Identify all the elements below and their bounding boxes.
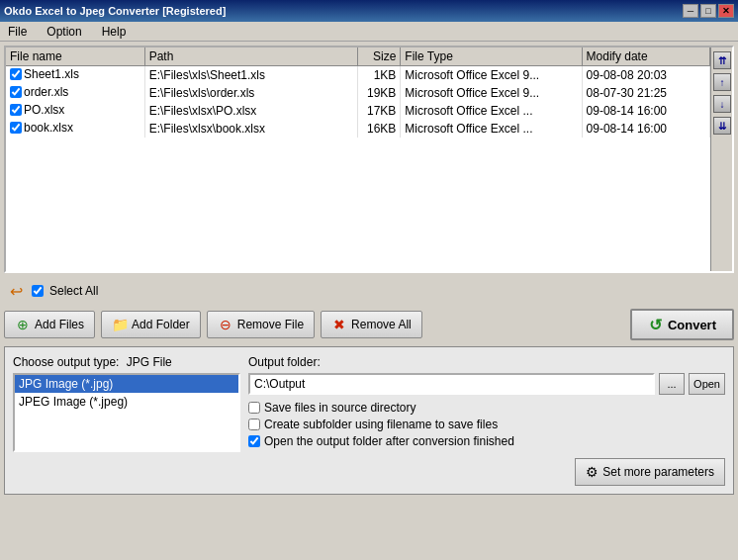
file-table: File name Path Size File Type Modify dat… [6,47,710,271]
title-bar: Okdo Excel to Jpeg Converter [Registered… [0,0,738,22]
output-type-section: Choose output type: JPG File JPG Image (… [13,355,240,486]
minimize-button[interactable]: ─ [683,4,698,18]
table-row: book.xlsx E:\Files\xlsx\book.xlsx 16KB M… [6,120,710,138]
remove-file-icon: ⊖ [218,317,233,332]
filename-text: book.xlsx [24,121,73,135]
add-files-icon: ⊕ [15,317,31,332]
col-header-date: Modify date [582,47,709,66]
cell-path: E:\Files\xlsx\PO.xlsx [144,102,358,120]
menu-help[interactable]: Help [98,24,131,40]
col-header-type: File Type [401,47,582,66]
select-all-checkbox[interactable] [32,285,44,297]
cell-filename: PO.xlsx [6,102,144,120]
convert-button[interactable]: ↺ Convert [630,309,734,340]
back-icon[interactable]: ↩ [6,281,26,301]
files-table: File name Path Size File Type Modify dat… [6,47,710,138]
filename-text: order.xls [24,85,68,99]
option-checkbox[interactable] [248,419,260,430]
scroll-top-button[interactable]: ⇈ [713,51,731,69]
output-type-label: Choose output type: JPG File [13,355,240,369]
remove-all-label: Remove All [351,318,412,331]
remove-file-button[interactable]: ⊖ Remove File [207,311,315,338]
output-folder-input[interactable] [248,373,655,395]
row-checkbox[interactable] [10,86,22,98]
add-folder-button[interactable]: 📁 Add Folder [101,311,201,338]
output-folder-section: Output folder: ... Open Save files in so… [248,355,725,486]
add-files-button[interactable]: ⊕ Add Files [4,311,95,338]
cell-type: Microsoft Office Excel ... [401,120,582,138]
output-type-item[interactable]: JPEG Image (*.jpeg) [15,393,238,411]
cell-size: 1KB [358,66,401,85]
cell-size: 17KB [358,102,401,120]
option-checkbox-row: Open the output folder after conversion … [248,434,725,448]
cell-filename: book.xlsx [6,120,144,138]
scroll-down-button[interactable]: ↓ [713,95,731,113]
remove-file-label: Remove File [237,318,304,331]
add-folder-icon: 📁 [112,317,128,332]
add-files-label: Add Files [35,318,84,331]
cell-date: 09-08-14 16:00 [582,102,709,120]
gear-icon: ⚙ [586,464,599,480]
cell-date: 08-07-30 21:25 [582,84,709,102]
convert-label: Convert [668,318,716,332]
output-type-list: JPG Image (*.jpg)JPEG Image (*.jpeg) [13,373,240,452]
remove-all-button[interactable]: ✖ Remove All [321,311,422,338]
cell-path: E:\Files\xls\Sheet1.xls [144,66,358,85]
main-window: File name Path Size File Type Modify dat… [0,42,738,499]
row-checkbox[interactable] [10,104,22,116]
option-checkbox-label: Create subfolder using filename to save … [264,418,498,431]
table-row: order.xls E:\Files\xls\order.xls 19KB Mi… [6,84,710,102]
filename-text: Sheet1.xls [24,67,79,81]
cell-path: E:\Files\xlsx\book.xlsx [144,120,358,138]
col-header-filename: File name [6,47,144,66]
col-header-size: Size [358,47,401,66]
cell-filename: order.xls [6,84,144,102]
option-checkbox[interactable] [248,435,260,447]
window-controls: ─ □ ✕ [683,4,734,18]
col-header-path: Path [144,47,358,66]
folder-row: ... Open [248,373,725,395]
scroll-bottom-button[interactable]: ⇊ [713,117,731,135]
params-label: Set more parameters [602,465,714,479]
menu-option[interactable]: Option [43,24,85,40]
option-checkbox-label: Save files in source directory [264,401,415,415]
filename-text: PO.xlsx [24,103,64,117]
remove-all-icon: ✖ [331,317,347,332]
scroll-up-button[interactable]: ↑ [713,73,731,91]
cell-type: Microsoft Office Excel 9... [401,66,582,85]
toolbar: ⊕ Add Files 📁 Add Folder ⊖ Remove File ✖… [4,309,734,340]
cell-filename: Sheet1.xls [6,66,144,85]
menu-file[interactable]: File [4,24,31,40]
option-checkbox-label: Open the output folder after conversion … [264,434,514,448]
cell-date: 09-08-14 16:00 [582,120,709,138]
cell-path: E:\Files\xls\order.xls [144,84,358,102]
file-list-footer: ↩ Select All [4,277,734,305]
cell-date: 09-08-08 20:03 [582,66,709,85]
table-row: PO.xlsx E:\Files\xlsx\PO.xlsx 17KB Micro… [6,102,710,120]
menu-bar: File Option Help [0,22,738,42]
output-type-item[interactable]: JPG Image (*.jpg) [15,375,238,393]
browse-button[interactable]: ... [659,373,685,395]
cell-type: Microsoft Office Excel ... [401,102,582,120]
select-all-label[interactable]: Select All [49,284,98,298]
option-checkbox-row: Save files in source directory [248,401,725,415]
app-title: Okdo Excel to Jpeg Converter [Registered… [4,5,226,17]
option-checkbox-row: Create subfolder using filename to save … [248,418,725,431]
add-folder-label: Add Folder [132,318,190,331]
row-checkbox[interactable] [10,68,22,80]
checkboxes-container: Save files in source directory Create su… [248,401,725,448]
scroll-buttons: ⇈ ↑ ↓ ⇊ [710,47,732,271]
bottom-panel: Choose output type: JPG File JPG Image (… [4,346,734,495]
convert-icon: ↺ [648,317,664,332]
option-checkbox[interactable] [248,402,260,414]
open-folder-button[interactable]: Open [689,373,725,395]
cell-size: 16KB [358,120,401,138]
row-checkbox[interactable] [10,122,22,134]
close-button[interactable]: ✕ [718,4,734,18]
output-folder-label: Output folder: [248,355,725,369]
cell-type: Microsoft Office Excel 9... [401,84,582,102]
table-row: Sheet1.xls E:\Files\xls\Sheet1.xls 1KB M… [6,66,710,85]
set-params-button[interactable]: ⚙ Set more parameters [575,458,725,486]
file-list-container: File name Path Size File Type Modify dat… [4,46,734,273]
maximize-button[interactable]: □ [700,4,716,18]
